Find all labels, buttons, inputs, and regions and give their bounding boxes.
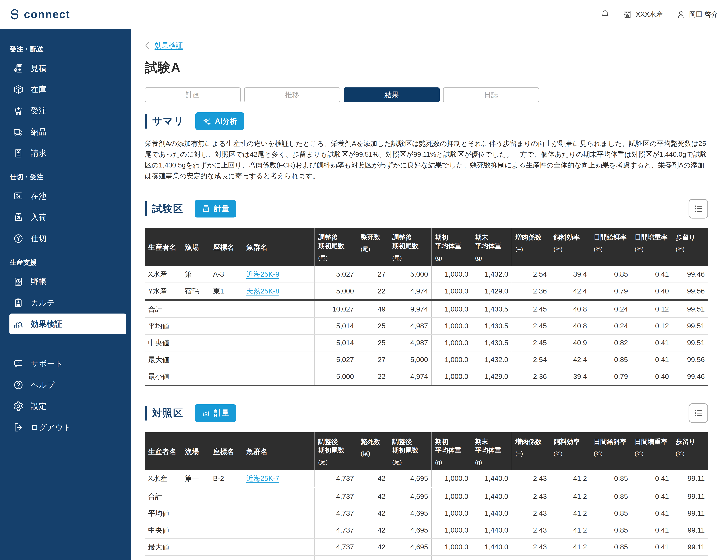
table-cell [243,351,314,368]
table-cell: 1,000.0 [432,488,472,505]
sidebar-item-在庫[interactable]: 在庫 [9,79,126,100]
table-cell [181,505,210,522]
table-cell: 1,440.0 [472,522,512,539]
table-cell [181,300,210,318]
sidebar-item-入荷[interactable]: 入荷 [9,207,126,228]
table-cell: 9,974 [389,300,432,318]
sidebar-item-野帳[interactable]: 野帳 [9,271,126,292]
sidebar-item-在池[interactable]: 在池 [9,186,126,207]
table-cell: 1,000.0 [432,300,472,318]
fish-group-link[interactable]: 近海25K-9 [246,270,279,278]
tab-結果[interactable]: 結果 [344,87,440,102]
table-cell [181,318,210,334]
column-header-調整後期初尾数: 調整後期初尾数(尾) [389,432,432,470]
column-header-日間増重率: 日間増重率(%) [631,228,672,266]
table-cell: 5,000 [315,368,357,385]
tab-日誌[interactable]: 日誌 [443,87,539,102]
sidebar-item-label: 入荷 [31,212,47,223]
header-right: XXX水産 岡田 啓介 [601,10,718,19]
sidebar-item-納品[interactable]: 納品 [9,121,126,142]
fish-group-cell: 近海25K-9 [243,266,314,283]
chevron-left-icon [145,42,150,49]
sidebar-item-カルテ[interactable]: カルテ [9,292,126,313]
sidebar-item-仕切[interactable]: 仕切 [9,228,126,249]
list-view-button[interactable] [689,403,708,423]
scale-icon [13,212,24,223]
sidebar-item-ログアウト[interactable]: ログアウト [9,417,126,438]
table-cell: 0.85 [590,539,631,555]
table-cell: 2.43 [512,539,550,555]
table-cell: 1,440.0 [472,539,512,555]
sidebar-item-ヘルプ[interactable]: ヘルプ [9,375,126,395]
sidebar-item-label: 納品 [31,127,47,137]
table-row: X水産第一A-3近海25K-95,027275,0001,000.01,432.… [145,266,708,283]
tab-計画[interactable]: 計画 [145,87,241,102]
summary-title: サマリ [152,115,184,128]
table-cell: Y水産 [145,283,181,300]
bell-icon[interactable] [601,10,610,19]
sidebar-item-請求[interactable]: 請求 [9,143,126,164]
table-cell: 2.45 [512,300,550,318]
table-cell: 0.40 [631,283,672,300]
sidebar-item-サポート[interactable]: サポート [9,353,126,374]
summary-row: 平均値4,737424,6951,000.01,440.02.4341.20.8… [145,505,708,522]
summary-row: 合計10,027499,9741,000.01,430.52.4540.80.2… [145,300,708,318]
tab-推移[interactable]: 推移 [244,87,340,102]
table-row: Y水産宿毛東1天然25K-85,000224,9741,000.01,429.0… [145,283,708,300]
list-view-button[interactable] [689,199,708,219]
chart-magnifier-icon [13,319,24,329]
table-cell: 25 [357,318,389,334]
table-cell [181,351,210,368]
table-cell: 4,695 [389,522,432,539]
table-cell: 99.56 [672,283,708,300]
table-cell: 5,000 [389,266,432,283]
app-header: connect XXX水産 [0,0,728,29]
table-cell: 42.4 [550,351,590,368]
measure-label: 計量 [214,204,229,214]
table-cell: 1,000.0 [432,539,472,555]
summary-row: 最小値4,737424,6951,000.01,440.02.4341.20.8… [145,555,708,560]
sidebar-item-効果検証[interactable]: 効果検証 [9,314,126,334]
table-cell [181,555,210,560]
accent-bar [145,406,147,421]
sidebar-item-見積[interactable]: 見積 [9,58,126,79]
table-cell: 平均値 [145,318,181,334]
column-header-日間給餌率: 日間給餌率(%) [590,228,631,266]
table-cell: 39.4 [550,266,590,283]
table-cell: 合計 [145,300,181,318]
table-cell: 99.46 [672,368,708,385]
table-cell: 27 [357,266,389,283]
table-cell: 4,987 [389,334,432,351]
table-cell [210,522,243,539]
table-section-title: 対照区 [152,407,184,420]
measure-button[interactable]: 計量 [195,404,236,422]
table-cell: X水産 [145,266,181,283]
fish-group-link[interactable]: 近海25K-7 [246,474,279,482]
column-header-生産者名: 生産者名 [145,228,181,266]
company-chip[interactable]: XXX水産 [623,10,663,19]
table-cell: 39.4 [550,368,590,385]
summary-row: 合計4,737424,6951,000.01,440.02.4341.20.85… [145,488,708,505]
measure-button[interactable]: 計量 [195,200,236,217]
user-chip[interactable]: 岡田 啓介 [676,10,718,19]
table-cell: 2.43 [512,555,550,560]
table-cell: 4,695 [389,539,432,555]
results-table: 生産者名漁場座標名魚群名調整後期初尾数(尾)斃死数(尾)調整後期初尾数(尾)期初… [145,432,708,560]
table-cell: 1,000.0 [432,318,472,334]
table-cell: 5,000 [389,351,432,368]
breadcrumb-back-link[interactable]: 効果検証 [155,41,183,50]
table-cell: 東1 [210,283,243,300]
ai-analysis-button[interactable]: AI分析 [195,112,244,130]
table-cell: 中央値 [145,522,181,539]
table-cell: 第一 [181,266,210,283]
sidebar-item-受注[interactable]: 受注 [9,100,126,121]
karte-icon [13,298,24,308]
fish-group-cell: 天然25K-8 [243,283,314,300]
company-name: XXX水産 [636,10,663,19]
sidebar-item-設定[interactable]: 設定 [9,396,126,417]
table-cell: 0.79 [590,368,631,385]
table-cell: 4,737 [315,522,357,539]
sidebar-item-label: 効果検証 [31,319,62,329]
fish-group-link[interactable]: 天然25K-8 [246,287,279,295]
table-cell: 22 [357,368,389,385]
